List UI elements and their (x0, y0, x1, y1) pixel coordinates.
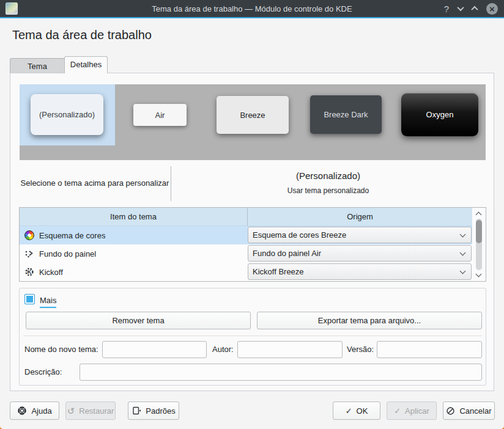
chevron-down-icon (460, 250, 466, 256)
item-cell: Fundo do painel (20, 244, 247, 263)
new-theme-name-input[interactable] (102, 341, 207, 358)
svg-text:K: K (28, 268, 32, 275)
version-input[interactable] (377, 341, 482, 358)
tab-detalhes[interactable]: Detalhes (64, 56, 108, 73)
color-wheel-icon (24, 230, 34, 240)
button-label: Padrões (146, 406, 175, 416)
item-label: Esquema de cores (39, 231, 105, 240)
button-label: OK (357, 406, 368, 416)
table-row[interactable]: Esquema de cores Esquema de cores Breeze (20, 226, 472, 244)
page-title: Tema da área de trabalho (12, 28, 152, 42)
undo-icon: ↺ (67, 406, 75, 416)
remove-theme-button[interactable]: Remover tema (26, 312, 251, 329)
button-label: Remover tema (112, 316, 164, 325)
window-title: Tema da área de trabalho — Módulo de con… (0, 4, 504, 13)
button-label: Cancelar (459, 406, 491, 416)
selected-theme-description: Usar tema personalizado (287, 186, 369, 195)
item-cell: Esquema de cores (20, 226, 247, 244)
defaults-button[interactable]: Padrões (128, 402, 179, 420)
scroll-down-icon[interactable] (476, 271, 482, 277)
origin-combobox-panel-background[interactable]: Fundo do painel Air (248, 245, 472, 262)
export-theme-button[interactable]: Exportar tema para arquivo... (257, 312, 482, 329)
theme-card-label: Oxygen (426, 110, 454, 119)
column-header-item[interactable]: Item do tema (20, 208, 247, 226)
ok-button[interactable]: ✓ OK (333, 402, 380, 420)
apply-button[interactable]: ✓ Aplicar (387, 402, 437, 420)
scroll-up-icon[interactable] (476, 212, 482, 218)
tab-tema[interactable]: Tema (10, 58, 65, 73)
combobox-value: Esquema de cores Breeze (253, 230, 346, 240)
document-revert-icon (132, 406, 141, 416)
new-theme-name-label: Nome do novo tema: (24, 341, 98, 358)
more-groupbox: Mais Remover tema Exportar tema para arq… (19, 288, 486, 386)
window-icon (6, 2, 18, 15)
selected-theme-name: (Personalizado) (296, 170, 360, 181)
theme-card-breeze-dark[interactable]: Breeze Dark (310, 95, 382, 134)
theme-card-oxygen[interactable]: Oxygen (401, 93, 478, 136)
theme-items-table: Item do tema Origem Esquema de cores Esq… (19, 207, 486, 282)
author-input[interactable] (237, 341, 343, 358)
table-scrollbar[interactable] (472, 208, 486, 281)
button-label: Ajuda (31, 406, 51, 416)
button-label: Restaurar (79, 406, 114, 416)
close-icon[interactable]: × (486, 3, 498, 15)
chevron-down-icon[interactable] (457, 4, 464, 11)
chevron-down-icon (460, 268, 466, 274)
separator (23, 336, 482, 336)
theme-card-label: Air (155, 111, 165, 120)
item-label: Kickoff (39, 268, 63, 277)
combobox-value: Kickoff Breeze (253, 267, 304, 276)
theme-card-breeze[interactable]: Breeze (217, 96, 289, 134)
panel-background-icon (24, 249, 34, 258)
description-input[interactable] (80, 364, 482, 381)
item-cell: K Kickoff (20, 263, 247, 281)
description-label: Descrição: (24, 364, 62, 381)
selected-theme-info: (Personalizado) Usar tema personalizado (171, 161, 485, 205)
author-label: Autor: (212, 341, 234, 358)
titlebar-buttons: ? × (444, 0, 498, 17)
combobox-value: Fundo do painel Air (253, 249, 321, 258)
kde-control-module-window: Tema da área de trabalho — Módulo de con… (0, 0, 504, 429)
chevron-up-icon[interactable] (471, 6, 478, 13)
table-row[interactable]: Fundo do painel Fundo do painel Air (20, 244, 472, 263)
scrollbar-thumb[interactable] (476, 220, 482, 243)
version-label: Versão: (347, 341, 374, 358)
life-buoy-icon (17, 406, 27, 416)
titlebar[interactable]: Tema da área de trabalho — Módulo de con… (0, 0, 504, 17)
details-panel: (Personalizado) Air Breeze Breeze Dark O… (10, 73, 494, 391)
help-button[interactable]: Ajuda (10, 402, 59, 420)
kickoff-gear-icon: K (24, 267, 34, 277)
cancel-circle-icon (446, 406, 455, 416)
theme-card-label: Breeze Dark (324, 110, 368, 119)
reset-button[interactable]: ↺ Restaurar (65, 402, 116, 420)
checkmark-icon: ✓ (346, 406, 352, 416)
theme-hint-text: Selecione o tema acima para personalizar (19, 161, 171, 205)
item-label: Fundo do painel (39, 249, 96, 258)
table-header: Item do tema Origem (20, 208, 486, 226)
theme-card-personalizado[interactable]: (Personalizado) (31, 94, 103, 135)
button-label: Aplicar (405, 406, 429, 416)
column-header-origin[interactable]: Origem (248, 208, 472, 226)
origin-combobox-kickoff[interactable]: Kickoff Breeze (248, 263, 472, 280)
theme-card-label: Breeze (240, 111, 265, 120)
origin-combobox-color-scheme[interactable]: Esquema de cores Breeze (248, 227, 472, 243)
more-checkbox[interactable] (24, 294, 35, 304)
button-label: Exportar tema para arquivo... (318, 316, 421, 325)
cancel-button[interactable]: Cancelar (443, 402, 495, 420)
theme-preview-strip: (Personalizado) Air Breeze Breeze Dark O… (20, 84, 486, 160)
titlebar-accent-line (0, 17, 504, 18)
theme-card-label: (Personalizado) (39, 110, 95, 119)
table-row[interactable]: K Kickoff Kickoff Breeze (20, 263, 472, 281)
help-icon[interactable]: ? (444, 4, 449, 13)
more-label[interactable]: Mais (40, 296, 56, 308)
chevron-down-icon (460, 232, 466, 238)
checkmark-icon: ✓ (394, 406, 401, 416)
theme-card-air[interactable]: Air (133, 104, 187, 126)
